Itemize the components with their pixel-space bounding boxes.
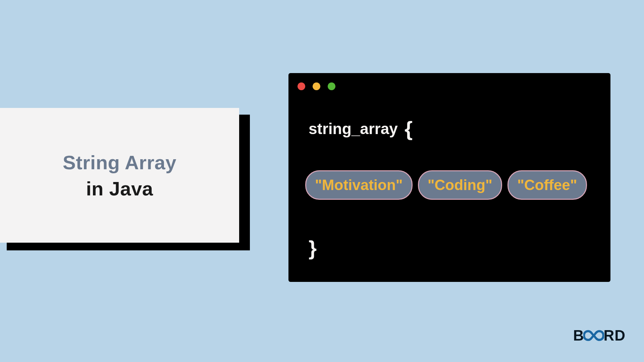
title-card: String Array in Java <box>0 108 239 243</box>
close-brace: } <box>309 236 317 260</box>
code-declaration: string_array { <box>309 117 413 140</box>
code-identifier: string_array <box>309 120 398 138</box>
array-items: "Motivation" "Coding" "Coffee" <box>305 170 587 200</box>
title-line-1: String Array <box>63 151 176 174</box>
window-controls <box>298 82 335 90</box>
minimize-icon <box>313 82 320 90</box>
brand-logo: B RD <box>573 327 626 344</box>
title-line-2: in Java <box>86 177 153 200</box>
array-item: "Coding" <box>418 170 502 200</box>
terminal-window: string_array { "Motivation" "Coding" "Co… <box>288 73 610 282</box>
array-item: "Coffee" <box>507 170 587 200</box>
brand-prefix: B <box>573 327 584 344</box>
maximize-icon <box>328 82 335 90</box>
array-item: "Motivation" <box>305 170 413 200</box>
brand-suffix: RD <box>603 327 626 344</box>
open-brace: { <box>405 117 413 140</box>
infinity-icon <box>583 330 604 341</box>
close-icon <box>298 82 305 90</box>
